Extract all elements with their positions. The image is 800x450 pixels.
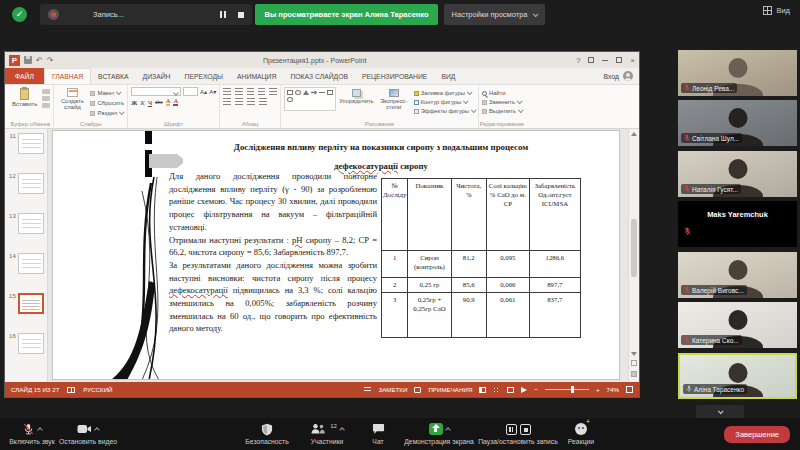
spellcheck-icon[interactable] <box>67 387 75 393</box>
paste-button[interactable]: Вставить <box>10 87 39 117</box>
quick-access-toolbar[interactable]: ↶↷ <box>36 56 53 65</box>
participant-video-tile[interactable]: Maks Yaremchuk <box>678 201 797 247</box>
reading-view-icon[interactable] <box>507 387 514 393</box>
strikethrough-button[interactable]: abc <box>155 99 163 105</box>
increase-indent-icon[interactable] <box>258 88 265 95</box>
tab-insert[interactable]: ВСТАВКА <box>91 68 135 84</box>
language-indicator[interactable]: РУССКИЙ <box>83 386 112 393</box>
slide-thumbnail-16[interactable]: 16 <box>5 331 47 371</box>
slideshow-view-icon[interactable] <box>521 387 527 393</box>
find-button[interactable]: Найти <box>482 89 522 97</box>
tab-animations[interactable]: АНИМАЦИЯ <box>230 68 283 84</box>
oval-shape-icon[interactable] <box>287 97 293 102</box>
stop-recording-icon[interactable] <box>520 424 531 435</box>
grow-font-icon[interactable]: A▴ <box>200 88 207 95</box>
shape-outline-button[interactable]: Контур фигуры <box>414 98 475 106</box>
ribbon-options-icon[interactable] <box>588 57 594 63</box>
line-shape-icon[interactable] <box>319 92 325 93</box>
rectangle-shape-icon[interactable] <box>287 90 293 95</box>
scroll-up-icon[interactable] <box>631 132 637 136</box>
decrease-indent-icon[interactable] <box>247 88 254 95</box>
format-painter-icon[interactable] <box>42 103 50 108</box>
scroll-down-icon[interactable] <box>631 352 637 356</box>
security-button[interactable]: Безопасность <box>228 422 306 445</box>
restore-icon[interactable] <box>616 57 622 63</box>
shrink-font-icon[interactable]: A▾ <box>209 88 216 95</box>
reactions-button[interactable]: Реакции <box>556 422 606 445</box>
fit-slide-icon[interactable] <box>626 386 633 393</box>
chevron-up-icon[interactable] <box>37 427 43 433</box>
stop-video-button[interactable]: Остановить видео <box>46 422 130 445</box>
normal-view-icon[interactable] <box>479 387 486 393</box>
slide-sorter-view-icon[interactable] <box>493 387 500 393</box>
zoom-slider[interactable] <box>545 389 589 390</box>
quick-styles-button[interactable]: Экспресс-стили <box>377 87 411 117</box>
highlight-color-button[interactable]: A <box>166 98 171 106</box>
next-slide-icon[interactable] <box>631 371 637 377</box>
tab-design[interactable]: ДИЗАЙН <box>136 68 178 84</box>
font-color-button[interactable]: А <box>173 98 178 106</box>
active-speaker-video-tile[interactable]: Аліна Тарасенко <box>678 353 797 399</box>
tab-view[interactable]: ВИД <box>434 68 462 84</box>
layout-button[interactable]: Макет <box>90 89 124 97</box>
participant-video-tile[interactable]: Катерина Ско... <box>678 302 797 348</box>
shape-fill-button[interactable]: Заливка фигуры <box>414 89 475 97</box>
chat-button[interactable]: Чат <box>360 422 396 445</box>
zoom-slider-thumb[interactable] <box>571 386 574 393</box>
align-right-icon[interactable] <box>247 98 255 105</box>
select-button[interactable]: Выделить <box>482 107 522 115</box>
more-participants-button[interactable] <box>696 405 744 418</box>
notes-toggle[interactable]: ЗАМЕТКИ <box>378 386 407 393</box>
section-button[interactable]: Раздел <box>90 109 124 117</box>
view-button[interactable]: Вид <box>763 6 790 15</box>
slide-thumbnail-14[interactable]: 14 <box>5 251 47 291</box>
zoom-percent[interactable]: 74% <box>607 386 619 393</box>
chevron-up-icon[interactable] <box>94 427 100 433</box>
zoom-out-icon[interactable]: − <box>534 386 538 393</box>
participant-video-tile[interactable]: Світлана Шул... <box>678 100 797 146</box>
tab-slideshow[interactable]: ПОКАЗ СЛАЙДОВ <box>283 68 355 84</box>
frame-shape-icon[interactable] <box>327 90 333 95</box>
close-icon[interactable]: × <box>630 56 635 65</box>
current-slide[interactable]: Дослідження впливу перліту на показники … <box>52 130 620 380</box>
participant-video-tile[interactable]: Валерій Виговс... <box>678 252 797 298</box>
help-icon[interactable]: ? <box>576 56 580 65</box>
tab-review[interactable]: РЕЦЕНЗИРОВАНИЕ <box>355 68 434 84</box>
arrow-shape-icon[interactable] <box>311 90 317 95</box>
shape-effects-button[interactable]: Эффекты фигуры <box>414 107 475 115</box>
bullets-icon[interactable] <box>223 88 231 95</box>
vertical-scrollbar[interactable] <box>628 129 639 382</box>
font-name-combobox[interactable] <box>131 87 181 96</box>
slide-thumbnail-11[interactable]: 11 <box>5 131 47 171</box>
chevron-up-icon[interactable] <box>445 427 451 433</box>
numbering-icon[interactable] <box>235 88 243 95</box>
sign-in-button[interactable]: Вход <box>604 68 639 84</box>
chevron-up-icon[interactable] <box>339 427 345 433</box>
slide-body-text[interactable]: Для даного дослідження проводили повторн… <box>169 170 377 335</box>
replace-button[interactable]: Заменить <box>482 98 522 106</box>
view-settings-dropdown[interactable]: Настройки просмотра <box>444 4 545 25</box>
justify-icon[interactable] <box>259 98 267 105</box>
triangle-shape-icon[interactable] <box>303 90 309 95</box>
slide-thumbnail-12[interactable]: 12 <box>5 171 47 211</box>
tab-home[interactable]: ГЛАВНАЯ <box>44 68 91 84</box>
participant-video-tile[interactable]: Леонід Рева... <box>678 50 797 96</box>
underline-button[interactable]: Ч <box>148 99 152 106</box>
slide-thumbnail-13[interactable]: 13 <box>5 211 47 251</box>
align-center-icon[interactable] <box>235 98 243 105</box>
shapes-gallery[interactable] <box>284 87 336 111</box>
scrollbar-thumb[interactable] <box>631 219 637 277</box>
new-slide-button[interactable]: Создать слайд <box>57 87 87 117</box>
align-left-icon[interactable] <box>223 98 231 105</box>
pause-recording-icon[interactable] <box>506 424 517 435</box>
arrange-button[interactable]: Упорядочить <box>339 87 374 117</box>
copy-icon[interactable] <box>42 96 50 101</box>
tab-file[interactable]: ФАЙЛ <box>5 68 44 84</box>
save-icon[interactable] <box>24 56 32 64</box>
line-spacing-icon[interactable] <box>269 88 277 95</box>
comments-toggle[interactable]: ПРИМЕЧАНИЯ <box>428 386 472 393</box>
slide-thumbnail-15-selected[interactable]: 15 <box>5 291 47 331</box>
bold-button[interactable]: Ж <box>131 99 137 106</box>
reset-button[interactable]: Сбросить <box>90 99 124 107</box>
end-meeting-button[interactable]: Завершение <box>724 426 790 443</box>
